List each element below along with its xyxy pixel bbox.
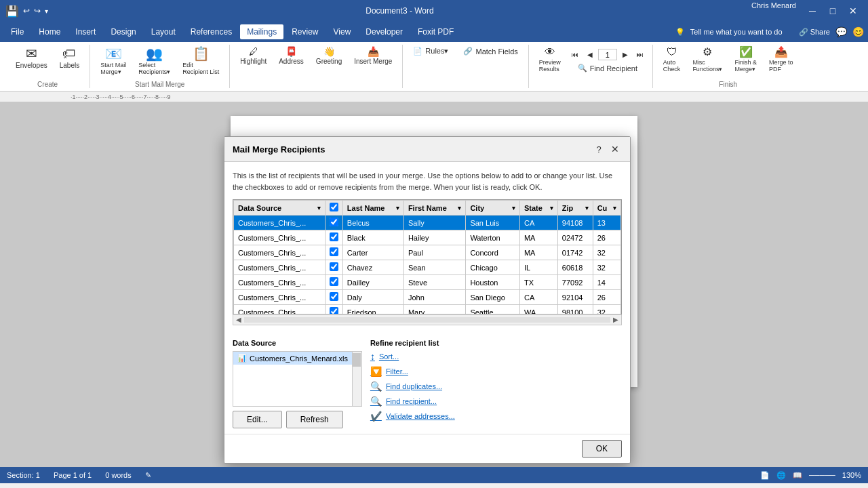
col-city[interactable]: City▾ — [466, 201, 520, 216]
finish-merge-btn[interactable]: ✅ Finish &Merge▾ — [730, 45, 762, 75]
recipients-table-container[interactable]: Data Source▾ Last Name▾ First Name▾ — [233, 199, 622, 314]
col-state[interactable]: State▾ — [519, 201, 557, 216]
col-zip[interactable]: Zip▾ — [557, 201, 593, 216]
greeting-btn[interactable]: 👋 Greeting — [311, 45, 347, 67]
col-checkbox[interactable] — [325, 201, 342, 216]
misc-functions-btn[interactable]: ⚙ MiscFunctions▾ — [688, 45, 727, 75]
menu-view[interactable]: View — [327, 24, 358, 39]
cell-checkbox[interactable] — [325, 275, 342, 290]
menu-file[interactable]: File — [4, 24, 31, 39]
table-row[interactable]: Customers_Chris_... Dailley Steve Housto… — [234, 275, 621, 290]
ok-btn[interactable]: OK — [582, 440, 622, 458]
menu-insert[interactable]: Insert — [68, 24, 102, 39]
cell-source: Customers_Chris_... — [234, 230, 326, 245]
cell-checkbox[interactable] — [325, 216, 342, 230]
find-recipient-btn[interactable]: 🔍 Find Recipient — [573, 62, 642, 75]
auto-check-btn[interactable]: 🛡 AutoCheck — [658, 45, 686, 75]
smiley-icon[interactable]: 😊 — [852, 26, 864, 37]
edit-btn[interactable]: Edit... — [233, 411, 282, 428]
sort-link[interactable]: ↕️ Sort... — [370, 351, 622, 362]
cell-checkbox[interactable] — [325, 245, 342, 260]
col-datasource[interactable]: Data Source▾ — [234, 201, 326, 216]
highlight-btn[interactable]: 🖊 Highlight — [235, 45, 271, 67]
redo-btn[interactable]: ↪ — [34, 6, 41, 16]
undo-btn[interactable]: ↩ — [23, 6, 30, 16]
window-close-btn[interactable]: ✕ — [844, 1, 863, 20]
rules-btn[interactable]: 📄 Rules▾ — [408, 45, 453, 58]
labels-btn[interactable]: 🏷 Labels — [55, 45, 84, 71]
data-source-list[interactable]: 📊 Customers_Chris_Menard.xls — [233, 352, 352, 406]
col-firstname[interactable]: First Name▾ — [403, 201, 466, 216]
cell-city: Seattle — [466, 305, 520, 315]
match-fields-btn[interactable]: 🔗 Match Fields — [458, 45, 522, 58]
table-row[interactable]: Customers_Chris_... Belcus Sally San Lui… — [234, 216, 621, 230]
select-recipients-btn[interactable]: 👥 SelectRecipients▾ — [134, 45, 175, 77]
preview-results-btn[interactable]: 👁 PreviewResults — [534, 45, 566, 75]
menu-home[interactable]: Home — [32, 24, 67, 39]
refresh-btn[interactable]: Refresh — [286, 411, 343, 428]
row-checkbox-4[interactable] — [330, 277, 338, 286]
merge-pdf-btn[interactable]: 📤 Merge toPDF — [764, 45, 798, 75]
find-duplicates-link[interactable]: 🔍 Find duplicates... — [370, 381, 622, 392]
scroll-left-btn[interactable]: ◀ — [236, 316, 241, 323]
prev-record-btn[interactable]: ◀ — [583, 49, 597, 60]
insert-merge-btn[interactable]: 📥 Insert Merge — [349, 45, 397, 67]
data-source-item[interactable]: 📊 Customers_Chris_Menard.xls — [233, 352, 352, 365]
maximize-btn[interactable]: □ — [823, 1, 842, 20]
menu-layout[interactable]: Layout — [144, 24, 182, 39]
view-read-btn[interactable]: 📖 — [793, 471, 802, 480]
zoom-bar[interactable]: ───── — [809, 471, 835, 479]
table-row[interactable]: Customers_Chris_... Friedson Mary Seattl… — [234, 305, 621, 315]
cell-cu: 14 — [593, 275, 620, 290]
first-record-btn[interactable]: ⏮ — [568, 49, 582, 60]
dialog-help-btn[interactable]: ? — [592, 142, 606, 156]
table-row[interactable]: Customers_Chris_... Black Hailey Waterto… — [234, 230, 621, 245]
address-block-btn[interactable]: 📮 Address — [274, 45, 309, 67]
comments-btn[interactable]: 💬 — [835, 26, 847, 37]
table-row[interactable]: Customers_Chris_... Chavez Sean Chicago … — [234, 260, 621, 275]
table-row[interactable]: Customers_Chris_... Daly John San Diego … — [234, 290, 621, 305]
share-btn[interactable]: 🔗 Share — [799, 28, 830, 37]
menu-foxit[interactable]: Foxit PDF — [411, 24, 460, 39]
select-all-checkbox[interactable] — [330, 203, 338, 211]
tell-me-input[interactable]: Tell me what you want to do — [690, 28, 783, 36]
scroll-right-btn[interactable]: ▶ — [613, 316, 618, 323]
misc-icon: ⚙ — [703, 47, 712, 58]
horizontal-scrollbar[interactable] — [244, 317, 610, 323]
find-recipient-link[interactable]: 🔍 Find recipient... — [370, 396, 622, 407]
envelopes-btn[interactable]: ✉ Envelopes — [11, 45, 52, 71]
menu-design[interactable]: Design — [104, 24, 142, 39]
menu-developer[interactable]: Developer — [359, 24, 410, 39]
record-number-input[interactable] — [598, 49, 617, 60]
row-checkbox-6[interactable] — [330, 307, 338, 314]
start-mail-merge-btn[interactable]: 📧 Start MailMerge▾ — [96, 45, 131, 77]
col-cu-label: Cu — [597, 204, 608, 212]
row-checkbox-1[interactable] — [330, 232, 338, 241]
table-row[interactable]: Customers_Chris_... Carter Paul Concord … — [234, 245, 621, 260]
dialog-close-btn[interactable]: ✕ — [608, 142, 622, 156]
cell-checkbox[interactable] — [325, 260, 342, 275]
cell-checkbox[interactable] — [325, 305, 342, 315]
filter-link[interactable]: 🔽 Filter... — [370, 366, 622, 377]
col-cu[interactable]: Cu▾ — [593, 201, 620, 216]
view-normal-btn[interactable]: 📄 — [760, 471, 770, 480]
menu-references[interactable]: References — [184, 24, 239, 39]
view-web-btn[interactable]: 🌐 — [776, 471, 786, 480]
last-record-btn[interactable]: ⏭ — [633, 49, 647, 60]
row-checkbox-5[interactable] — [330, 292, 338, 301]
data-source-scrollbar[interactable] — [352, 352, 361, 406]
row-checkbox-0[interactable] — [330, 218, 338, 226]
menu-mailings[interactable]: Mailings — [240, 24, 283, 39]
cell-checkbox[interactable] — [325, 230, 342, 245]
validate-addresses-link[interactable]: ✔️ Validate addresses... — [370, 411, 622, 422]
minimize-btn[interactable]: ─ — [803, 1, 822, 20]
edit-recipient-list-btn[interactable]: 📋 EditRecipient List — [178, 45, 224, 77]
row-checkbox-3[interactable] — [330, 262, 338, 271]
row-checkbox-2[interactable] — [330, 247, 338, 256]
next-record-btn[interactable]: ▶ — [618, 49, 632, 60]
cell-checkbox[interactable] — [325, 290, 342, 305]
menu-review[interactable]: Review — [285, 24, 325, 39]
filter-label: Filter... — [386, 367, 408, 375]
cell-cu: 26 — [593, 290, 620, 305]
col-lastname[interactable]: Last Name▾ — [342, 201, 403, 216]
